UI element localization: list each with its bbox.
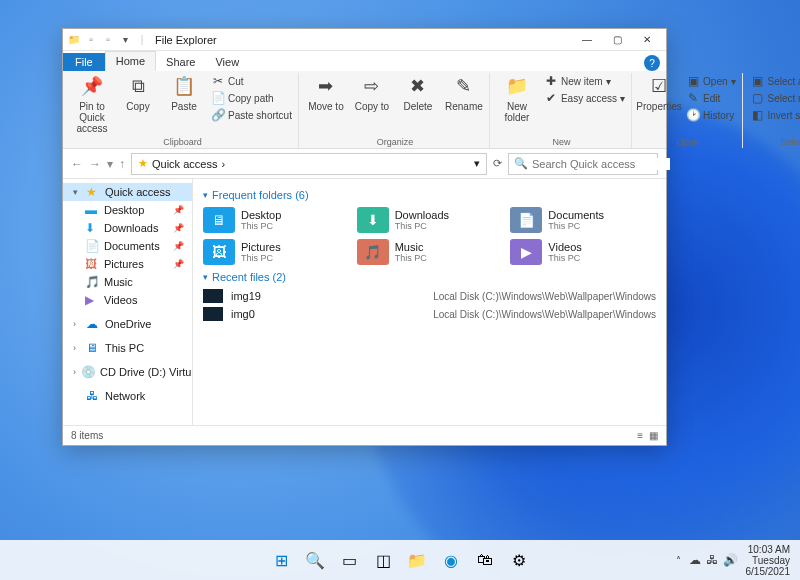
edge-taskbar-button[interactable]: ◉ xyxy=(437,546,465,574)
properties-button[interactable]: ☑Properties xyxy=(638,73,680,112)
sidebar-item-videos[interactable]: ▶Videos xyxy=(63,291,192,309)
sidebar-network[interactable]: 🖧Network xyxy=(63,387,192,405)
minimize-button[interactable]: — xyxy=(572,29,602,51)
easyaccess-icon: ✔ xyxy=(544,91,558,105)
recent-dropdown[interactable]: ▾ xyxy=(107,157,113,171)
sidebar-item-music[interactable]: 🎵Music xyxy=(63,273,192,291)
folder-item[interactable]: 🖼PicturesThis PC xyxy=(203,239,349,265)
paste-shortcut-button[interactable]: 🔗Paste shortcut xyxy=(209,107,294,123)
folder-sub: This PC xyxy=(548,253,581,263)
thumbnails-view-button[interactable]: ▦ xyxy=(649,430,658,441)
breadcrumb[interactable]: ★ Quick access › ▾ xyxy=(131,153,487,175)
network-tray-icon[interactable]: 🖧 xyxy=(706,553,718,567)
folder-sub: This PC xyxy=(395,253,427,263)
recent-file-row[interactable]: img19Local Disk (C:)\Windows\Web\Wallpap… xyxy=(203,289,656,303)
refresh-button[interactable]: ⟳ xyxy=(493,157,502,170)
chevron-down-icon: ▾ xyxy=(620,93,625,104)
tab-home[interactable]: Home xyxy=(105,51,156,71)
sidebar-item-downloads[interactable]: ⬇Downloads📌 xyxy=(63,219,192,237)
status-text: 8 items xyxy=(71,430,103,441)
sidebar-cddrive[interactable]: ›💿CD Drive (D:) Virtual… xyxy=(63,363,192,381)
tab-view[interactable]: View xyxy=(205,53,249,71)
settings-taskbar-button[interactable]: ⚙ xyxy=(505,546,533,574)
file-explorer-window: 📁 ▫ ▫ ▾ | File Explorer — ▢ ✕ File Home … xyxy=(62,28,667,446)
navigation-pane: ▾ ★ Quick access ▬Desktop📌 ⬇Downloads📌 📄… xyxy=(63,179,193,425)
rename-button[interactable]: ✎Rename xyxy=(443,73,485,112)
cut-button[interactable]: ✂Cut xyxy=(209,73,294,89)
copy-to-button[interactable]: ⇨Copy to xyxy=(351,73,393,112)
paste-button[interactable]: 📋 Paste xyxy=(163,73,205,112)
folder-sub: This PC xyxy=(548,221,604,231)
taskbar-clock[interactable]: 10:03 AM Tuesday 6/15/2021 xyxy=(746,544,791,577)
folder-item[interactable]: 📄DocumentsThis PC xyxy=(510,207,656,233)
copy-button[interactable]: ⧉ Copy xyxy=(117,73,159,112)
sidebar-onedrive[interactable]: ›☁OneDrive xyxy=(63,315,192,333)
pin-quick-access-button[interactable]: 📌 Pin to Quick access xyxy=(71,73,113,134)
folder-item[interactable]: 🖥DesktopThis PC xyxy=(203,207,349,233)
folder-icon: 🎵 xyxy=(357,239,389,265)
recent-file-row[interactable]: img0Local Disk (C:)\Windows\Web\Wallpape… xyxy=(203,307,656,321)
volume-tray-icon[interactable]: 🔊 xyxy=(723,553,738,567)
move-to-button[interactable]: ➡Move to xyxy=(305,73,347,112)
invert-selection-button[interactable]: ◧Invert selection xyxy=(749,107,800,123)
search-button[interactable]: 🔍 xyxy=(301,546,329,574)
taskview-button[interactable]: ▭ xyxy=(335,546,363,574)
copy-path-button[interactable]: 📄Copy path xyxy=(209,90,294,106)
sidebar-thispc[interactable]: ›🖥This PC xyxy=(63,339,192,357)
details-view-button[interactable]: ≡ xyxy=(637,430,643,441)
close-button[interactable]: ✕ xyxy=(632,29,662,51)
ribbon-group-clipboard: 📌 Pin to Quick access ⧉ Copy 📋 Paste ✂Cu… xyxy=(67,73,299,148)
chevron-down-icon[interactable]: ▾ xyxy=(474,157,480,170)
delete-button[interactable]: ✖Delete xyxy=(397,73,439,112)
back-button[interactable]: ← xyxy=(71,157,83,171)
cut-icon: ✂ xyxy=(211,74,225,88)
onedrive-tray-icon[interactable]: ☁ xyxy=(689,553,701,567)
help-icon[interactable]: ? xyxy=(644,55,660,71)
search-icon: 🔍 xyxy=(514,157,528,170)
file-thumbnail xyxy=(203,307,223,321)
ribbon-group-new: 📁New folder ✚New item ▾ ✔Easy access ▾ N… xyxy=(492,73,632,148)
sidebar-quick-access[interactable]: ▾ ★ Quick access xyxy=(63,183,192,201)
qat-properties-icon[interactable]: ▫ xyxy=(84,33,98,47)
pin-icon: 📌 xyxy=(173,259,184,269)
recent-files-header[interactable]: ▾ Recent files (2) xyxy=(203,271,656,283)
newfolder-icon: 📁 xyxy=(505,75,529,99)
up-button[interactable]: ↑ xyxy=(119,157,125,171)
maximize-button[interactable]: ▢ xyxy=(602,29,632,51)
rename-icon: ✎ xyxy=(452,75,476,99)
store-taskbar-button[interactable]: 🛍 xyxy=(471,546,499,574)
select-none-button[interactable]: ▢Select none xyxy=(749,90,800,106)
qat-dropdown-icon[interactable]: ▾ xyxy=(118,33,132,47)
delete-icon: ✖ xyxy=(406,75,430,99)
edit-button[interactable]: ✎Edit xyxy=(684,90,737,106)
pin-icon: 📌 xyxy=(173,223,184,233)
widgets-button[interactable]: ◫ xyxy=(369,546,397,574)
folder-item[interactable]: ⬇DownloadsThis PC xyxy=(357,207,503,233)
folder-item[interactable]: 🎵MusicThis PC xyxy=(357,239,503,265)
tab-share[interactable]: Share xyxy=(156,53,205,71)
frequent-folders-header[interactable]: ▾ Frequent folders (6) xyxy=(203,189,656,201)
pin-icon: 📌 xyxy=(80,75,104,99)
search-input[interactable] xyxy=(532,158,670,170)
tray-overflow-button[interactable]: ˄ xyxy=(676,555,681,566)
open-button[interactable]: ▣Open ▾ xyxy=(684,73,737,89)
explorer-taskbar-button[interactable]: 📁 xyxy=(403,546,431,574)
sidebar-item-documents[interactable]: 📄Documents📌 xyxy=(63,237,192,255)
sidebar-item-desktop[interactable]: ▬Desktop📌 xyxy=(63,201,192,219)
start-button[interactable]: ⊞ xyxy=(267,546,295,574)
file-thumbnail xyxy=(203,289,223,303)
documents-icon: 📄 xyxy=(85,239,99,253)
qat-newfolder-icon[interactable]: ▫ xyxy=(101,33,115,47)
select-all-button[interactable]: ▣Select all xyxy=(749,73,800,89)
forward-button[interactable]: → xyxy=(89,157,101,171)
breadcrumb-location: Quick access xyxy=(152,158,217,170)
sidebar-item-pictures[interactable]: 🖼Pictures📌 xyxy=(63,255,192,273)
search-box[interactable]: 🔍 xyxy=(508,153,658,175)
history-button[interactable]: 🕑History xyxy=(684,107,737,123)
folder-icon: ▶ xyxy=(510,239,542,265)
new-folder-button[interactable]: 📁New folder xyxy=(496,73,538,123)
new-item-button[interactable]: ✚New item ▾ xyxy=(542,73,627,89)
easy-access-button[interactable]: ✔Easy access ▾ xyxy=(542,90,627,106)
file-tab[interactable]: File xyxy=(63,53,105,71)
folder-item[interactable]: ▶VideosThis PC xyxy=(510,239,656,265)
